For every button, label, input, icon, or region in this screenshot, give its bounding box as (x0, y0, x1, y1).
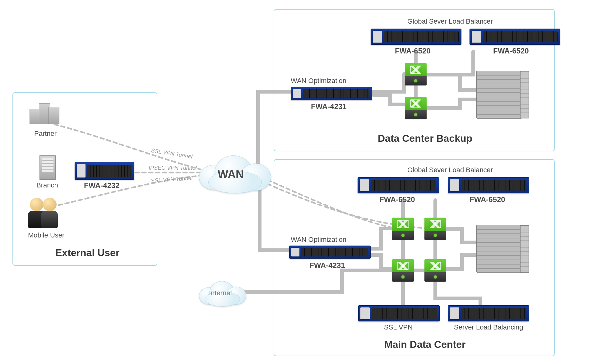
main-switch-3 (392, 259, 414, 282)
branch-appliance (75, 162, 134, 180)
region-main-title: Main Data Center (384, 339, 465, 350)
mobile-user-label: Mobile User (28, 231, 64, 239)
backup-rack (476, 71, 521, 118)
main-6520-a-label: FWA-6520 (379, 195, 415, 204)
main-switch-2 (424, 218, 446, 240)
partner-icon (30, 103, 64, 128)
backup-6520-a-label: FWA-6520 (395, 47, 431, 55)
region-backup-title: Data Center Backup (378, 133, 472, 144)
region-external-title: External User (55, 247, 119, 259)
backup-wanopt-label: WAN Optimization (291, 77, 346, 85)
main-4231 (289, 246, 371, 259)
wan-cloud-label: WAN (218, 168, 244, 181)
backup-6520-b-label: FWA-6520 (493, 47, 529, 55)
backup-6520-a (371, 29, 461, 45)
main-slb (448, 305, 529, 321)
main-gslb-label: Global Sever Load Balancer (407, 166, 493, 174)
backup-gslb-label: Global Sever Load Balancer (407, 17, 493, 25)
tunnel-label-branch: IPSEC VPN Tunnel (149, 165, 197, 171)
main-wanopt-label: WAN Optimization (291, 236, 346, 244)
main-switch-4 (424, 259, 446, 282)
branch-label: Branch (36, 181, 58, 189)
main-6520-b-label: FWA-6520 (470, 195, 505, 204)
internet-cloud-label: Internet (209, 289, 232, 297)
main-sslvpn (358, 305, 440, 321)
backup-4231-label: FWA-4231 (311, 102, 347, 111)
mobile-user-icon (27, 196, 62, 230)
backup-switch-2 (405, 97, 427, 119)
main-4231-label: FWA-4231 (309, 261, 345, 270)
branch-icon (39, 155, 56, 180)
branch-appliance-label: FWA-4232 (84, 181, 120, 190)
partner-label: Partner (34, 130, 57, 138)
backup-6520-b (470, 29, 560, 45)
main-rack (476, 225, 521, 272)
main-6520-a (358, 177, 439, 193)
backup-switch-1 (405, 63, 427, 85)
main-sslvpn-label: SSL VPN (384, 323, 413, 331)
main-switch-1 (392, 218, 414, 240)
main-6520-b (448, 177, 529, 193)
backup-4231 (291, 87, 372, 100)
main-slb-label: Server Load Balancing (454, 323, 523, 331)
